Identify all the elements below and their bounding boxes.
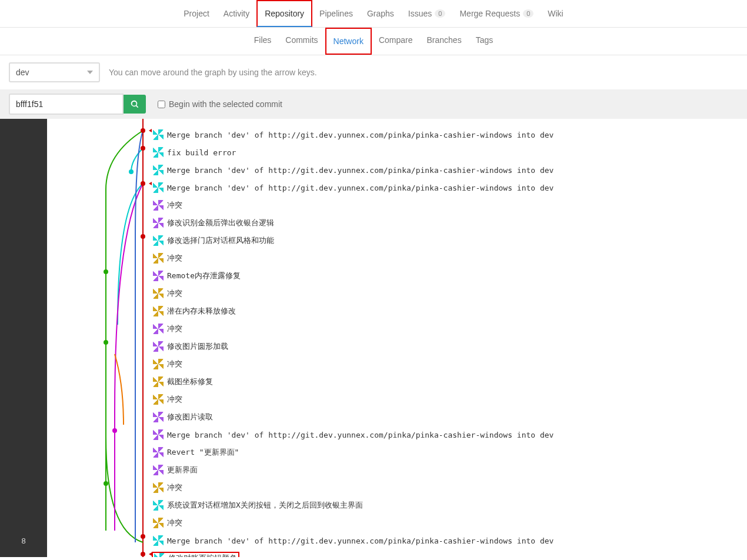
commit-message: Merge branch 'dev' of http://git.dev.yun…: [167, 184, 553, 192]
avatar: [153, 235, 164, 246]
secondary-nav: Files Commits Network Compare Branches T…: [0, 28, 747, 55]
commit-row[interactable]: Merge branch 'dev' of http://git.dev.yun…: [153, 532, 747, 549]
avatar: [153, 147, 164, 158]
commit-message: 冲突: [167, 253, 182, 264]
avatar: [153, 165, 164, 175]
nav-wiki[interactable]: Wiki: [541, 0, 570, 27]
svg-point-11: [104, 481, 108, 486]
commit-message: 冲突: [167, 359, 182, 369]
nav-issues-label: Issues: [408, 9, 432, 18]
avatar: [153, 324, 164, 334]
search-icon: [131, 100, 139, 108]
graph-main: Merge branch 'dev' of http://git.dev.yun…: [47, 119, 747, 557]
commit-row[interactable]: 冲突: [153, 196, 747, 214]
commit-row[interactable]: 冲突: [153, 391, 747, 408]
commit-message: 冲突: [167, 200, 182, 211]
commit-row[interactable]: 冲突: [153, 479, 747, 496]
avatar: [153, 129, 164, 140]
begin-checkbox-wrap[interactable]: Begin with the selected commit: [158, 99, 282, 109]
search-row: Begin with the selected commit: [0, 89, 747, 119]
subnav-compare[interactable]: Compare: [372, 28, 420, 55]
subnav-tags[interactable]: Tags: [469, 28, 501, 55]
commit-message: Merge branch 'dev' of http://git.dev.yun…: [167, 166, 553, 175]
commit-row[interactable]: fix build error: [153, 144, 747, 161]
commit-row[interactable]: Revert "更新界面": [153, 444, 747, 461]
commit-row[interactable]: 冲突: [153, 355, 747, 373]
commit-message: 系统设置对话框增加X关闭按钮，关闭之后回到收银主界面: [167, 500, 363, 511]
commit-row[interactable]: Merge branch 'dev' of http://git.dev.yun…: [153, 161, 747, 179]
avatar: [153, 218, 164, 228]
avatar: [153, 200, 164, 211]
avatar: [153, 500, 164, 511]
commit-message: 冲突: [167, 324, 182, 334]
avatar: [153, 288, 164, 299]
commit-message: 修改选择门店对话框风格和功能: [167, 235, 274, 246]
nav-pipelines[interactable]: Pipelines: [312, 0, 360, 27]
subnav-branches[interactable]: Branches: [420, 28, 469, 55]
search-button[interactable]: [124, 95, 146, 114]
commit-row[interactable]: 冲突: [153, 514, 747, 532]
commit-list: Merge branch 'dev' of http://git.dev.yun…: [153, 119, 747, 557]
begin-checkbox[interactable]: [158, 101, 165, 108]
commit-row[interactable]: 截图坐标修复: [153, 373, 747, 391]
begin-checkbox-label: Begin with the selected commit: [169, 99, 282, 109]
commit-message: Revert "更新界面": [167, 447, 239, 458]
nav-issues[interactable]: Issues 0: [401, 0, 453, 27]
commit-row[interactable]: 修改对账页按钮颜色: [153, 549, 747, 557]
commit-message: 冲突: [167, 394, 182, 405]
svg-point-7: [141, 552, 145, 556]
avatar: [153, 518, 164, 528]
nav-project[interactable]: Project: [176, 0, 216, 27]
nav-repository[interactable]: Repository: [256, 0, 312, 27]
commit-message: Remote内存泄露修复: [167, 271, 241, 281]
commit-message: 冲突: [167, 288, 182, 299]
branch-selector[interactable]: dev: [9, 62, 100, 82]
svg-point-9: [104, 269, 108, 274]
avatar: [153, 447, 164, 458]
commit-row[interactable]: 冲突: [153, 249, 747, 267]
hint-text: You can move around the graph by using t…: [109, 68, 317, 77]
commit-message: 修改识别金额后弹出收银台逻辑: [167, 218, 274, 228]
svg-point-3: [141, 146, 145, 151]
avatar: [153, 465, 164, 475]
avatar: [153, 359, 164, 369]
subnav-files[interactable]: Files: [247, 28, 279, 55]
nav-activity[interactable]: Activity: [216, 0, 256, 27]
graph-container[interactable]: 8: [0, 119, 747, 557]
commit-row[interactable]: 冲突: [153, 320, 747, 338]
subnav-commits[interactable]: Commits: [278, 28, 325, 55]
svg-point-5: [141, 234, 145, 239]
primary-nav: Project Activity Repository Pipelines Gr…: [0, 0, 747, 28]
nav-graphs[interactable]: Graphs: [360, 0, 401, 27]
svg-point-4: [141, 181, 145, 186]
commit-message: 修改对账页按钮颜色: [168, 553, 237, 557]
commit-row[interactable]: 修改识别金额后弹出收银台逻辑: [153, 214, 747, 232]
controls-row: dev You can move around the graph by usi…: [0, 55, 747, 89]
sha-input[interactable]: [9, 94, 124, 115]
commit-row[interactable]: 修改图片读取: [153, 408, 747, 426]
commit-row[interactable]: 系统设置对话框增加X关闭按钮，关闭之后回到收银主界面: [153, 496, 747, 514]
svg-point-12: [112, 428, 117, 433]
svg-point-6: [141, 534, 145, 539]
issues-count-badge: 0: [435, 9, 445, 18]
commit-message: 潜在内存未释放修改: [167, 306, 236, 316]
avatar: [153, 429, 164, 440]
commit-row[interactable]: Merge branch 'dev' of http://git.dev.yun…: [153, 426, 747, 444]
commit-message: 冲突: [167, 482, 182, 493]
subnav-network[interactable]: Network: [325, 28, 372, 55]
commit-message: 更新界面: [167, 465, 198, 475]
commit-row[interactable]: Merge branch 'dev' of http://git.dev.yun…: [153, 126, 747, 144]
svg-point-2: [141, 128, 145, 133]
commit-row[interactable]: 潜在内存未释放修改: [153, 302, 747, 320]
date-column: 8: [0, 119, 47, 557]
svg-point-10: [104, 340, 108, 345]
commit-row[interactable]: 冲突: [153, 285, 747, 302]
commit-row[interactable]: Merge branch 'dev' of http://git.dev.yun…: [153, 179, 747, 196]
commit-row[interactable]: 更新界面: [153, 461, 747, 479]
commit-row[interactable]: 修改图片圆形加载: [153, 338, 747, 355]
commit-message: 修改图片圆形加载: [167, 341, 228, 352]
commit-row[interactable]: Remote内存泄露修复: [153, 267, 747, 285]
nav-merge-requests[interactable]: Merge Requests 0: [452, 0, 541, 27]
commit-row[interactable]: 修改选择门店对话框风格和功能: [153, 232, 747, 249]
commit-message: 冲突: [167, 518, 182, 528]
